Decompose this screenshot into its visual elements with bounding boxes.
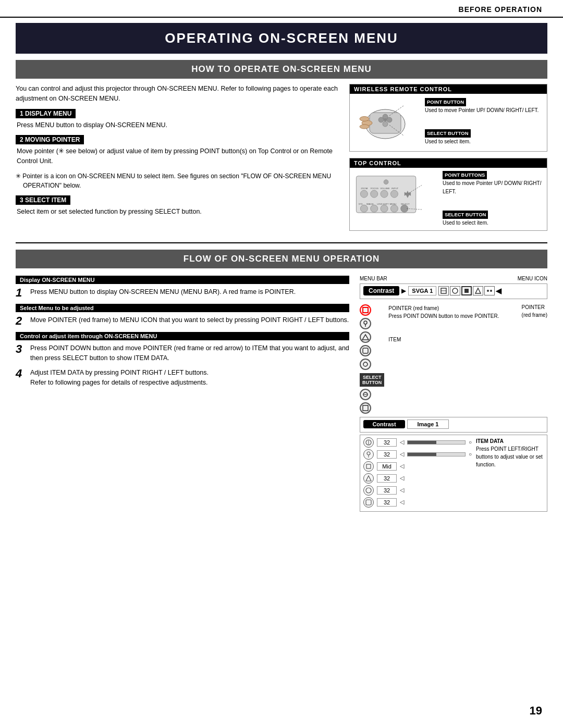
slider-end-2: ○	[469, 451, 472, 457]
pointer-sub-desc: Press POINT DOWN button to move POINTER.	[388, 313, 499, 319]
top-control-content: ZOOM FOCUS VOLUME INPUT STD IMAGE	[350, 168, 547, 230]
pointer-diagram: SELECT BUTTON POINTER (red frame) Press …	[360, 303, 547, 414]
flow-layout: Display ON-SCREEN MENU 1 Press MENU butt…	[16, 276, 547, 512]
step3-flow-text: Press POINT DOWN button and move POINTER…	[30, 343, 349, 363]
select-step: 2 Move POINTER (red frame) to MENU ICON …	[16, 315, 349, 327]
menu-icon-4	[473, 286, 483, 295]
top-control-header: TOP CONTROL	[350, 158, 547, 168]
left-arrow-6: ◁	[400, 499, 404, 505]
svg-point-59	[366, 488, 371, 493]
select-step-label: Select Menu to be adjusted	[16, 304, 349, 312]
section2-header: FLOW OF ON-SCREEN MENU OPERATION	[16, 250, 547, 268]
item-icon-4	[363, 473, 374, 484]
select-btn-text: SELECT	[363, 375, 382, 380]
step2-label: 2 MOVING POINTER	[16, 135, 84, 144]
step2-text: Move pointer (✳ see below) or adjust val…	[16, 146, 339, 166]
item-icon-5	[363, 485, 374, 496]
item-data-desc: Press POINT LEFT/RIGHT buttons to adjust…	[476, 446, 543, 467]
top-control-illustration: ZOOM FOCUS VOLUME INPUT STD IMAGE	[354, 171, 434, 218]
pointer-icon-4	[360, 345, 371, 356]
item-row-5: 32 ◁	[363, 485, 472, 496]
item-data-label: ITEM DATA	[476, 438, 504, 444]
item-row-1: 32 ◁ ○	[363, 437, 472, 448]
svg-point-49	[363, 362, 368, 366]
item-rows: 32 ◁ ○ 32 ◁	[363, 437, 472, 509]
svg-point-21	[390, 190, 398, 198]
image-label: Image 1	[407, 419, 449, 429]
pointer-icon-6	[360, 389, 371, 400]
left-arrow-1: ◁	[400, 439, 404, 446]
bottom-labels-row: Contrast Image 1	[363, 419, 544, 429]
section2-title: FLOW OF ON-SCREEN MENU OPERATION	[16, 254, 547, 264]
item-data-annotation: ITEM DATA Press POINT LEFT/RIGHT buttons…	[476, 437, 544, 509]
svg-point-20	[381, 190, 388, 198]
item-val-5: 32	[377, 486, 397, 495]
top-select-button-desc: Used to select item.	[443, 220, 488, 226]
step2-flow-text: Move POINTER (red frame) to MENU ICON th…	[30, 315, 349, 325]
step1-flow-text: Press MENU button to display ON-SCREEN M…	[30, 287, 296, 297]
svg-text:STD: STD	[359, 203, 363, 205]
select-button-diagram: SELECT BUTTON	[360, 373, 384, 387]
svg-rect-52	[363, 405, 368, 411]
menu-icon-2	[450, 286, 460, 295]
slider-end-1: ○	[469, 439, 472, 445]
top-control-box: TOP CONTROL ZOOM FOCUS VOLUME INPUT	[349, 158, 547, 231]
step1-display-menu: 1 DISPLAY MENU Press MENU button to disp…	[16, 109, 339, 130]
select-step-section: Select Menu to be adjusted 2 Move POINTE…	[16, 304, 349, 327]
control-step-label: Control or adjust item through ON-SCREEN…	[16, 332, 349, 340]
item-row-2: 32 ◁ ○	[363, 449, 472, 460]
step1-text: Press MENU button to display ON-SCREEN M…	[16, 120, 339, 130]
pointer-label: POINTER (red frame)	[388, 305, 439, 311]
step3-select-item: 3 SELECT ITEM Select item or set selecte…	[16, 195, 339, 217]
svg-point-43	[487, 290, 489, 292]
svg-point-13	[384, 180, 388, 184]
svg-point-32	[371, 205, 378, 212]
remote-control-box: WIRELESS REMOTE CONTROL	[349, 84, 547, 152]
point-button-label: POINT BUTTON	[425, 98, 466, 106]
section1-title: HOW TO OPERATE ON-SCREEN MENU	[16, 64, 547, 75]
step3-label: 3 SELECT ITEM	[16, 195, 70, 205]
svg-text:INPUT: INPUT	[391, 187, 398, 190]
page-header: BEFORE OPERATION	[0, 0, 563, 18]
step1-number: 1	[16, 287, 26, 299]
display-step: 1 Press MENU button to display ON-SCREEN…	[16, 287, 349, 299]
svg-point-19	[371, 190, 378, 198]
menu-icon-3	[461, 286, 472, 295]
bottom-panel: Contrast Image 1	[360, 417, 547, 433]
menu-bar-label: MENU BAR	[360, 276, 387, 281]
section1-content: You can control and adjust this projecto…	[16, 84, 547, 237]
section1-header: HOW TO OPERATE ON-SCREEN MENU	[16, 60, 547, 79]
select-btn-text2: BUTTON	[362, 380, 382, 385]
section1-left: You can control and adjust this projecto…	[16, 84, 339, 237]
svg-marker-58	[366, 476, 371, 481]
pointer-icon-1	[360, 304, 371, 316]
svg-rect-57	[366, 464, 371, 468]
pointer-icon-2	[360, 318, 371, 329]
svg-point-55	[367, 452, 370, 455]
step3-number: 3	[16, 343, 26, 355]
menu-bar-diagram: Contrast ▶ SVGA 1	[360, 283, 547, 299]
item-row-4: 32 ◁	[363, 473, 472, 484]
step4-text2: Refer to following pages for details of …	[30, 378, 209, 388]
menu-icon-label: MENU ICON	[518, 276, 547, 281]
contrast-button: Contrast	[363, 286, 399, 295]
item-slider-1	[407, 440, 466, 445]
svg-text:ZOOM: ZOOM	[361, 187, 368, 190]
menu-expand-icon: ◀	[496, 287, 501, 295]
svg-point-33	[381, 205, 388, 212]
pointer-note: ✳ Pointer is a icon on ON-SCREEN MENU to…	[16, 171, 339, 190]
pointer-icon-3	[360, 331, 371, 343]
remote-annotations: POINT BUTTON Used to move Pointer UP/ DO…	[425, 98, 538, 146]
svg-point-40	[452, 288, 458, 293]
svg-point-44	[490, 290, 492, 292]
item-icon-3	[363, 461, 374, 472]
pointer-icon-7	[360, 402, 371, 414]
control-step-section: Control or adjust item through ON-SCREEN…	[16, 332, 349, 363]
icons-column: SELECT BUTTON	[360, 303, 384, 414]
select-button-desc: Used to select item.	[425, 139, 471, 144]
item-icon-2	[363, 449, 374, 460]
step3-text: Select item or set selected function by …	[16, 207, 339, 217]
page-number: 19	[530, 704, 542, 718]
menu-bar-labels: MENU BAR MENU ICON	[360, 276, 547, 281]
svg-text:VOLUME: VOLUME	[380, 187, 390, 190]
